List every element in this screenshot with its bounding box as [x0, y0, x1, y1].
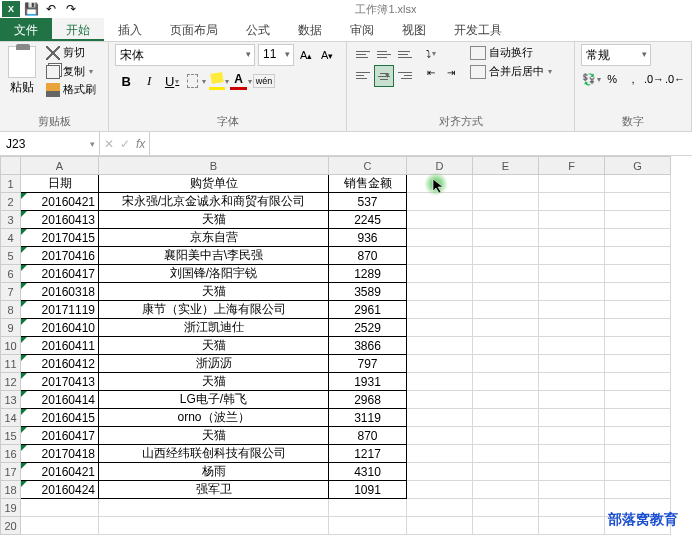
cell[interactable]: 20160412 [21, 355, 99, 373]
increase-decimal-button[interactable]: .0→ [644, 69, 664, 89]
cell[interactable]: 天猫 [99, 337, 329, 355]
tab-data[interactable]: 数据 [284, 18, 336, 41]
cell[interactable]: 936 [329, 229, 407, 247]
decrease-font-button[interactable]: A▾ [318, 45, 336, 65]
cell[interactable]: 山西经纬联创科技有限公司 [99, 445, 329, 463]
cell[interactable] [473, 445, 539, 463]
cell[interactable] [407, 319, 473, 337]
cell[interactable] [539, 391, 605, 409]
cell[interactable] [407, 391, 473, 409]
decrease-indent-button[interactable]: ⇤ [421, 63, 441, 81]
cell[interactable]: 1217 [329, 445, 407, 463]
font-size-select[interactable]: 11 [258, 44, 294, 66]
cell[interactable] [605, 481, 671, 499]
cell[interactable]: 20160414 [21, 391, 99, 409]
font-name-select[interactable]: 宋体 [115, 44, 255, 66]
row-header[interactable]: 8 [1, 301, 21, 319]
cell[interactable]: 20160417 [21, 427, 99, 445]
save-icon[interactable]: 💾 [22, 1, 40, 17]
cell[interactable] [473, 499, 539, 517]
cell[interactable] [99, 517, 329, 535]
cell[interactable] [539, 265, 605, 283]
cell[interactable] [473, 265, 539, 283]
align-center-button[interactable] [374, 65, 394, 87]
row-header[interactable]: 4 [1, 229, 21, 247]
row-header[interactable]: 7 [1, 283, 21, 301]
cell[interactable] [473, 337, 539, 355]
cell[interactable] [539, 481, 605, 499]
fill-color-button[interactable]: ▾ [207, 70, 229, 92]
cell[interactable] [21, 517, 99, 535]
cell[interactable] [407, 445, 473, 463]
comma-button[interactable]: , [623, 69, 643, 89]
cell[interactable] [605, 211, 671, 229]
cell[interactable]: 20170415 [21, 229, 99, 247]
cell[interactable] [539, 463, 605, 481]
fx-button[interactable]: fx [136, 137, 145, 151]
cell[interactable] [473, 409, 539, 427]
col-header-D[interactable]: D [407, 157, 473, 175]
format-painter-button[interactable]: 格式刷 [44, 81, 98, 98]
col-header-G[interactable]: G [605, 157, 671, 175]
cell[interactable]: orno（波兰） [99, 409, 329, 427]
cell[interactable] [329, 517, 407, 535]
cell[interactable] [99, 499, 329, 517]
cell[interactable] [473, 229, 539, 247]
cell[interactable]: 京东自营 [99, 229, 329, 247]
formula-bar[interactable] [150, 132, 692, 155]
cell[interactable]: 1931 [329, 373, 407, 391]
cell[interactable]: 870 [329, 247, 407, 265]
spreadsheet[interactable]: A B C D E F G 1 日期 购货单位 销售金额 2 20160421 … [0, 156, 671, 535]
cell[interactable] [539, 517, 605, 535]
cell[interactable]: 870 [329, 427, 407, 445]
cell[interactable] [407, 229, 473, 247]
cell[interactable]: 537 [329, 193, 407, 211]
cell[interactable]: 20160318 [21, 283, 99, 301]
paste-button[interactable]: 粘贴 [6, 44, 38, 98]
cell[interactable] [473, 517, 539, 535]
cell[interactable] [539, 301, 605, 319]
cell[interactable] [539, 229, 605, 247]
row-header[interactable]: 14 [1, 409, 21, 427]
col-header-C[interactable]: C [329, 157, 407, 175]
cell[interactable]: 天猫 [99, 373, 329, 391]
cell[interactable] [605, 463, 671, 481]
orientation-button[interactable]: ⤵▾ [421, 44, 441, 62]
cell[interactable] [407, 481, 473, 499]
cell[interactable]: 康节（实业）上海有限公司 [99, 301, 329, 319]
cell[interactable] [605, 427, 671, 445]
cell[interactable]: 797 [329, 355, 407, 373]
cell[interactable] [539, 175, 605, 193]
wrap-text-button[interactable]: 自动换行 [467, 44, 555, 61]
row-header[interactable]: 1 [1, 175, 21, 193]
cell[interactable] [539, 193, 605, 211]
font-color-button[interactable]: A▾ [230, 70, 252, 92]
tab-layout[interactable]: 页面布局 [156, 18, 232, 41]
tab-view[interactable]: 视图 [388, 18, 440, 41]
cell[interactable] [407, 463, 473, 481]
col-header-F[interactable]: F [539, 157, 605, 175]
cell[interactable]: 日期 [21, 175, 99, 193]
cell[interactable] [407, 211, 473, 229]
merge-center-button[interactable]: 合并后居中▾ [467, 63, 555, 80]
col-header-B[interactable]: B [99, 157, 329, 175]
enter-formula-button[interactable]: ✓ [120, 137, 130, 151]
copy-button[interactable]: 复制▾ [44, 62, 98, 80]
cell[interactable] [473, 301, 539, 319]
cell[interactable] [605, 445, 671, 463]
cell[interactable] [407, 301, 473, 319]
cell[interactable] [605, 319, 671, 337]
cell[interactable] [407, 499, 473, 517]
italic-button[interactable]: I [138, 70, 160, 92]
cell[interactable] [407, 193, 473, 211]
cell[interactable]: 浙江凯迪仕 [99, 319, 329, 337]
tab-home[interactable]: 开始 [52, 18, 104, 41]
increase-font-button[interactable]: A▴ [297, 45, 315, 65]
cell[interactable] [605, 193, 671, 211]
row-header[interactable]: 16 [1, 445, 21, 463]
cell[interactable] [605, 391, 671, 409]
cell[interactable]: 天猫 [99, 211, 329, 229]
cell[interactable] [605, 409, 671, 427]
cell[interactable] [473, 283, 539, 301]
increase-indent-button[interactable]: ⇥ [441, 63, 461, 81]
